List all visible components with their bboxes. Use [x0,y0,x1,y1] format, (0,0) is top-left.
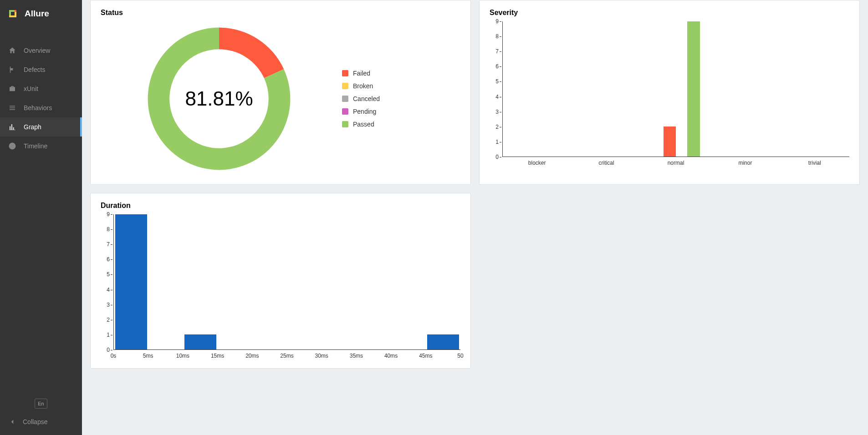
nav-label: Timeline [24,142,47,150]
nav-item-defects[interactable]: Defects [0,60,82,79]
nav-label: Overview [24,47,50,54]
clock-icon [8,142,16,150]
y-tick: 4 [495,94,499,100]
collapse-label: Collapse [23,418,47,425]
x-tick: blocker [528,160,546,166]
duration-chart: 0123456789 0s5ms10ms15ms20ms25ms30ms35ms… [101,214,460,360]
panel-severity: Severity 0123456789 blockercriticalnorma… [479,0,860,185]
status-percentage: 81.81% [142,21,296,176]
nav-label: Behaviors [24,104,52,111]
legend-item-broken[interactable]: Broken [342,82,380,90]
legend-label: Passed [353,121,374,128]
y-tick: 8 [495,33,499,40]
allure-logo-icon [7,8,18,19]
chevron-left-icon [8,418,16,426]
x-tick: 5ms [143,353,153,359]
legend-item-failed[interactable]: Failed [342,70,380,77]
x-tick: normal [668,160,684,166]
bar-2 [184,334,216,349]
flag-icon [8,66,16,74]
nav-label: Graph [24,123,41,131]
brand: Allure [0,0,82,27]
y-tick: 6 [495,63,499,70]
nav-item-xunit[interactable]: xUnit [0,79,82,98]
status-legend: FailedBrokenCanceledPendingPassed [342,70,380,128]
y-tick: 4 [107,287,110,293]
y-tick: 9 [107,211,110,218]
legend-label: Canceled [353,95,380,102]
x-tick: 10ms [176,353,189,359]
panel-title: Duration [101,202,460,210]
x-tick: minor [738,160,752,166]
y-tick: 8 [107,226,110,233]
nav-item-overview[interactable]: Overview [0,41,82,60]
x-tick: critical [599,160,614,166]
y-tick: 0 [107,347,110,353]
y-tick: 5 [107,271,110,278]
x-tick: 30ms [315,353,328,359]
main: Status 81.81% FailedBrokenCanceledPendin… [82,0,868,435]
legend-swatch-icon [342,83,348,89]
x-tick: 45ms [419,353,432,359]
y-tick: 1 [495,139,499,145]
x-tick: 15ms [211,353,224,359]
home-icon [8,46,16,55]
y-tick: 7 [495,48,499,55]
collapse-sidebar[interactable]: Collapse [0,413,82,430]
legend-swatch-icon [342,108,348,115]
bar-9 [427,334,459,349]
sidebar: Allure Overview Defects xUnit Behaviors … [0,0,82,435]
x-tick: 50 [457,353,463,359]
nav: Overview Defects xUnit Behaviors Graph T… [0,27,82,394]
severity-chart: 0123456789 blockercriticalnormalminortri… [490,21,849,167]
legend-label: Broken [353,82,373,90]
nav-label: xUnit [24,85,38,92]
y-tick: 3 [107,302,110,308]
panel-duration: Duration 0123456789 0s5ms10ms15ms20ms25m… [90,193,471,369]
y-tick: 2 [495,124,499,130]
language-switch[interactable]: En [35,399,47,409]
x-tick: 25ms [280,353,293,359]
legend-swatch-icon [342,96,348,102]
bar-normal-failed [664,126,676,157]
x-tick: 0s [111,353,117,359]
legend-item-passed[interactable]: Passed [342,121,380,128]
y-tick: 9 [495,18,499,25]
x-tick: trivial [808,160,821,166]
y-tick: 1 [107,332,110,338]
status-donut: 81.81% [142,21,296,176]
x-tick: 40ms [384,353,398,359]
legend-item-pending[interactable]: Pending [342,108,380,115]
legend-label: Failed [353,70,370,77]
y-tick: 3 [495,109,499,115]
y-tick: 2 [107,317,110,323]
nav-item-graph[interactable]: Graph [0,117,82,137]
bar-normal-passed [687,21,700,157]
panel-title: Severity [490,9,849,17]
bar-0 [115,214,147,349]
panel-title: Status [101,9,460,17]
y-tick: 0 [495,154,499,160]
y-tick: 7 [107,241,110,248]
brand-name: Allure [25,9,49,19]
nav-item-timeline[interactable]: Timeline [0,137,82,156]
y-tick: 6 [107,256,110,263]
nav-label: Defects [24,66,45,73]
list-icon [8,104,16,112]
legend-swatch-icon [342,70,348,76]
briefcase-icon [8,85,16,93]
y-tick: 5 [495,78,499,85]
bar-chart-icon [8,123,16,131]
legend-swatch-icon [342,121,348,127]
nav-item-behaviors[interactable]: Behaviors [0,98,82,117]
sidebar-footer: En Collapse [0,394,82,435]
x-tick: 20ms [245,353,259,359]
legend-label: Pending [353,108,376,115]
panel-status: Status 81.81% FailedBrokenCanceledPendin… [90,0,471,185]
x-tick: 35ms [350,353,363,359]
legend-item-canceled[interactable]: Canceled [342,95,380,102]
